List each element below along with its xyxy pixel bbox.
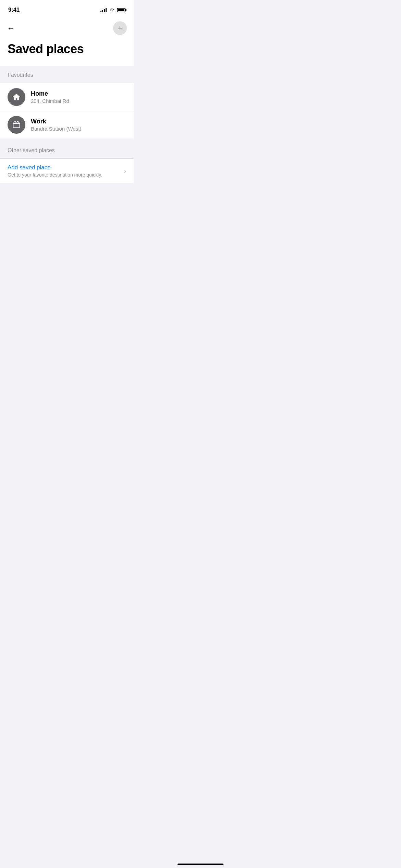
wifi-icon: [109, 8, 114, 12]
add-place-title: Add saved place: [8, 164, 102, 171]
page-title-section: Saved places: [0, 40, 134, 66]
add-place-content: Add saved place Get to your favorite des…: [8, 164, 102, 178]
home-icon-circle: [8, 88, 25, 106]
favourites-section-header: Favourites: [0, 66, 134, 83]
favourites-list: Home 204, Chimbai Rd Work Bandra Station…: [0, 83, 134, 138]
plus-icon: +: [118, 24, 122, 32]
back-button[interactable]: ←: [7, 21, 21, 35]
battery-icon: [117, 8, 125, 12]
work-list-item[interactable]: Work Bandra Station (West): [0, 111, 134, 138]
status-time: 9:41: [8, 7, 20, 13]
add-place-subtitle: Get to your favorite destination more qu…: [8, 172, 102, 178]
back-arrow-icon: ←: [7, 23, 15, 33]
work-text: Work Bandra Station (West): [31, 118, 81, 132]
status-icons: [100, 8, 125, 12]
home-address: 204, Chimbai Rd: [31, 98, 69, 104]
chevron-right-icon: ›: [124, 167, 126, 175]
work-address: Bandra Station (West): [31, 126, 81, 132]
other-places-label: Other saved places: [8, 147, 55, 153]
nav-bar: ← +: [0, 17, 134, 40]
work-icon-circle: [8, 116, 25, 134]
page-title: Saved places: [8, 42, 126, 56]
bottom-area: [0, 183, 134, 354]
status-bar: 9:41: [0, 0, 134, 17]
home-name: Home: [31, 90, 69, 97]
work-icon: [12, 120, 21, 129]
favourites-label: Favourites: [8, 72, 33, 78]
other-places-section-header: Other saved places: [0, 138, 134, 159]
work-name: Work: [31, 118, 81, 125]
home-list-item[interactable]: Home 204, Chimbai Rd: [0, 83, 134, 111]
home-text: Home 204, Chimbai Rd: [31, 90, 69, 104]
signal-icon: [100, 8, 107, 12]
home-icon: [12, 93, 21, 101]
add-saved-place-row[interactable]: Add saved place Get to your favorite des…: [0, 159, 134, 183]
add-button[interactable]: +: [113, 21, 127, 35]
